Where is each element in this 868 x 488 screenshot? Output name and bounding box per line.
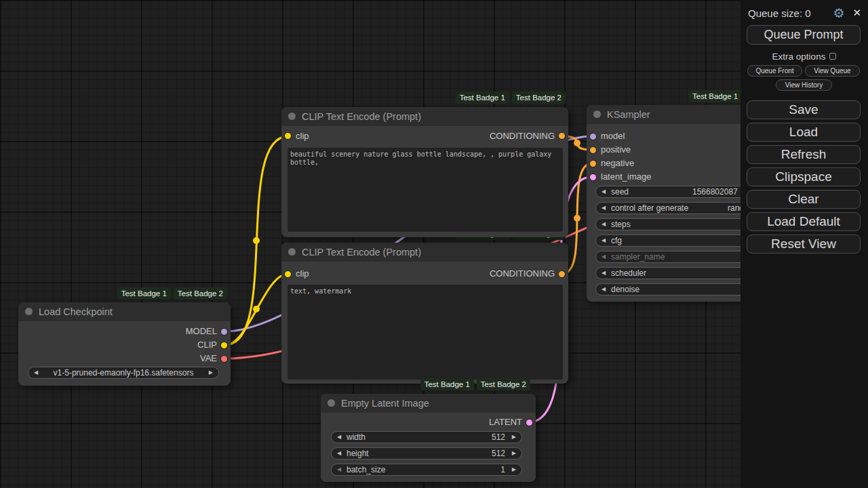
widget-label: batch_size (347, 464, 385, 475)
decrement-arrow-icon[interactable]: ◀ (337, 448, 341, 459)
input-slot-clip[interactable] (285, 133, 291, 139)
refresh-label: Refresh (781, 147, 827, 161)
node-badges: Test Badge 1 Test Badge 2 (420, 378, 530, 390)
node-title: Empty Latent Image (341, 398, 429, 409)
increment-arrow-icon[interactable]: ▶ (512, 432, 516, 443)
widget-width[interactable]: ◀ width 512 ▶ (331, 431, 522, 443)
node-load-checkpoint[interactable]: Test Badge 1 Test Badge 2 Load Checkpoin… (18, 302, 231, 386)
output-slot-conditioning[interactable] (559, 271, 565, 277)
output-slot-model[interactable] (221, 329, 227, 335)
queue-front-label: Queue Front (755, 67, 793, 75)
widget-value: 512 (492, 448, 505, 459)
input-slot-model[interactable] (590, 134, 596, 140)
input-slot-label: clip (296, 131, 309, 141)
widget-value: 1566802087 (692, 186, 738, 197)
widget-label: denoise (611, 284, 639, 295)
output-slot-label: CONDITIONING (490, 269, 555, 279)
next-option-arrow-icon[interactable]: ▶ (209, 367, 213, 378)
node-title-bar[interactable]: Load Checkpoint (18, 302, 231, 321)
test-badge-1: Test Badge 1 (420, 378, 474, 390)
node-title-bar[interactable]: Empty Latent Image (321, 394, 536, 413)
test-badge-1: Test Badge 1 (456, 92, 509, 104)
input-slot-label: positive (601, 145, 631, 155)
load-button[interactable]: Load (747, 123, 861, 142)
collapse-dot-icon[interactable] (288, 113, 296, 120)
output-slot-label: LATENT (489, 418, 522, 427)
decrement-arrow-icon[interactable]: ◀ (601, 284, 606, 295)
collapse-dot-icon[interactable] (288, 248, 296, 256)
output-slot-latent[interactable] (526, 420, 532, 426)
decrement-arrow-icon[interactable]: ◀ (337, 432, 341, 443)
decrement-arrow-icon[interactable]: ◀ (601, 203, 606, 214)
node-title: KSampler (607, 109, 650, 120)
queue-size-label: Queue size: 0 (748, 7, 811, 19)
close-icon[interactable]: ✕ (852, 7, 861, 19)
widget-label: width (347, 432, 366, 443)
widget-value: 1 (500, 464, 505, 475)
output-slot-label: VAE (200, 354, 217, 363)
test-badge-2: Test Badge 2 (512, 92, 566, 104)
save-button[interactable]: Save (747, 100, 861, 119)
decrement-arrow-icon[interactable]: ◀ (601, 268, 606, 279)
node-title: Load Checkpoint (39, 306, 113, 317)
widget-value: v1-5-pruned-emaonly-fp16.safetensors (28, 367, 218, 378)
output-slot-label: CONDITIONING (490, 131, 555, 141)
node-clip-text-encode-positive[interactable]: Test Badge 1 Test Badge 2 CLIP Text Enco… (281, 107, 568, 237)
refresh-button[interactable]: Refresh (747, 145, 861, 164)
view-history-button[interactable]: View History (776, 79, 832, 91)
clear-label: Clear (788, 192, 818, 206)
output-slot-clip[interactable] (221, 342, 227, 348)
node-badges: Test Badge 1 (688, 90, 742, 102)
decrement-arrow-icon[interactable]: ◀ (601, 251, 606, 262)
clipspace-button[interactable]: Clipspace (747, 167, 861, 186)
widget-label: control after generate (611, 203, 688, 214)
load-default-button[interactable]: Load Default (747, 212, 861, 231)
prompt-textarea[interactable]: beautiful scenery nature glass bottle la… (288, 148, 563, 232)
input-slot-clip[interactable] (285, 271, 291, 277)
input-slot-latent-image[interactable] (590, 174, 596, 180)
extra-options-label: Extra options (772, 52, 826, 62)
input-slot-positive[interactable] (590, 147, 596, 153)
widget-height[interactable]: ◀ height 512 ▶ (331, 447, 522, 460)
node-badges: Test Badge 1 Test Badge 2 (456, 92, 566, 104)
output-slot-vae[interactable] (221, 356, 227, 362)
reset-view-label: Reset View (771, 237, 836, 251)
output-slot-conditioning[interactable] (559, 133, 565, 139)
widget-label: steps (611, 219, 631, 230)
queue-front-button[interactable]: Queue Front (747, 65, 802, 77)
decrement-arrow-icon[interactable]: ◀ (337, 464, 341, 475)
widget-batch-size[interactable]: ◀ batch_size 1 ▶ (331, 464, 522, 476)
node-clip-text-encode-negative[interactable]: Test Badge 1 Test Badge 2 CLIP Text Enco… (281, 243, 568, 384)
increment-arrow-icon[interactable]: ▶ (512, 448, 516, 459)
node-title-bar[interactable]: CLIP Text Encode (Prompt) (281, 107, 568, 126)
node-title: CLIP Text Encode (Prompt) (302, 111, 421, 122)
test-badge-1: Test Badge 1 (117, 287, 171, 300)
clipspace-label: Clipspace (775, 169, 831, 184)
node-empty-latent-image[interactable]: Test Badge 1 Test Badge 2 Empty Latent I… (321, 394, 536, 482)
input-slot-label: negative (601, 159, 634, 168)
view-queue-button[interactable]: View Queue (805, 65, 860, 77)
input-slot-label: clip (296, 269, 309, 279)
input-slot-label: model (601, 131, 625, 141)
prompt-textarea[interactable]: text, watermark (288, 285, 563, 380)
decrement-arrow-icon[interactable]: ◀ (601, 235, 606, 246)
clear-button[interactable]: Clear (747, 190, 861, 209)
widget-label: sampler_name (611, 251, 665, 262)
queue-prompt-button[interactable]: Queue Prompt (747, 25, 861, 45)
comfy-menu: Queue size: 0 ⚙ ✕ Queue Prompt Extra opt… (741, 0, 868, 488)
extra-options-checkbox[interactable] (829, 53, 836, 60)
widget-label: seed (611, 186, 629, 197)
increment-arrow-icon[interactable]: ▶ (512, 464, 516, 475)
widget-value: 512 (492, 432, 505, 443)
input-slot-negative[interactable] (590, 161, 596, 167)
queue-prompt-label: Queue Prompt (764, 28, 843, 41)
decrement-arrow-icon[interactable]: ◀ (601, 186, 606, 197)
collapse-dot-icon[interactable] (25, 308, 33, 315)
decrement-arrow-icon[interactable]: ◀ (601, 219, 606, 230)
collapse-dot-icon[interactable] (328, 399, 335, 407)
reset-view-button[interactable]: Reset View (747, 235, 861, 253)
collapse-dot-icon[interactable] (593, 110, 601, 118)
node-title-bar[interactable]: CLIP Text Encode (Prompt) (281, 243, 568, 262)
settings-gear-icon[interactable]: ⚙ (833, 5, 844, 21)
widget-ckpt-name[interactable]: ◀ v1-5-pruned-emaonly-fp16.safetensors ▶ (28, 367, 219, 379)
